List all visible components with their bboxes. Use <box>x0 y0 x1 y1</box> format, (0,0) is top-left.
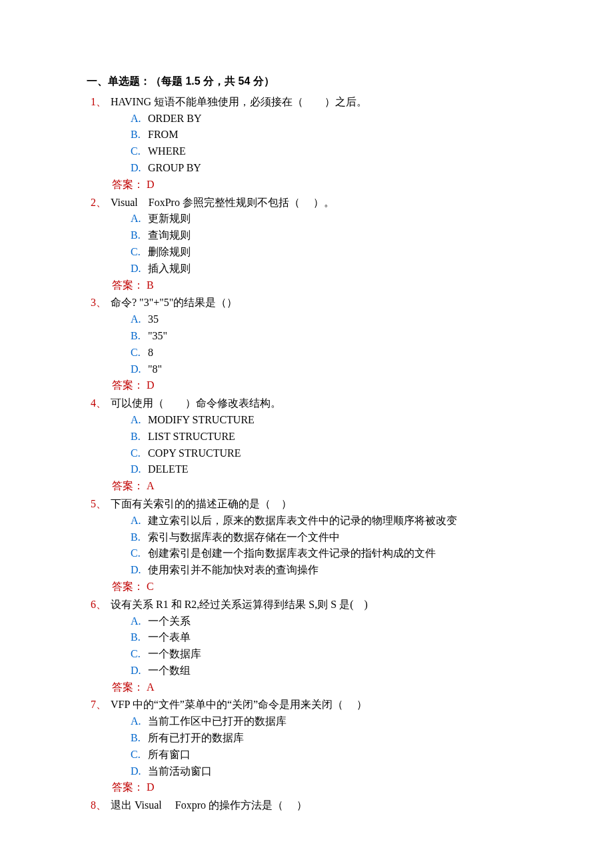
option-label: B. <box>131 629 148 646</box>
option-label: B. <box>131 730 148 747</box>
option-text: 插入规则 <box>148 261 191 277</box>
option-text: ORDER BY <box>148 111 201 127</box>
question-line: 1、 HAVING 短语不能单独使用，必须接在（ ）之后。 <box>91 94 573 111</box>
answer-prefix: 答案： <box>112 581 144 592</box>
option-label: D. <box>131 562 148 579</box>
option-label: A. <box>131 111 148 127</box>
option-label: A. <box>131 513 148 529</box>
option-text: 创建索引是创建一个指向数据库表文件记录的指针构成的文件 <box>148 545 436 562</box>
option-label: A. <box>131 713 148 730</box>
question: 5、 下面有关索引的的描述正确的是（ ）A.建立索引以后，原来的数据库表文件中的… <box>91 496 573 595</box>
option: D.一个数组 <box>131 663 573 679</box>
question-line: 4、 可以使用（ ）命令修改表结构。 <box>91 395 573 412</box>
option-label: A. <box>131 613 148 630</box>
question-number: 8、 <box>91 797 111 814</box>
options: A.当前工作区中已打开的数据库B.所有已打开的数据库C.所有窗口D.当前活动窗口 <box>131 713 573 779</box>
options: A.一个关系B.一个表单C.一个数据库D.一个数组 <box>131 613 573 679</box>
answer: 答案： D <box>112 377 573 394</box>
option-label: C. <box>131 143 148 160</box>
option: B.索引与数据库表的数据存储在一个文件中 <box>131 529 573 546</box>
option-text: 当前活动窗口 <box>148 763 212 780</box>
answer: 答案： B <box>112 277 573 294</box>
question-text: 设有关系 R1 和 R2,经过关系运算得到结果 S,则 S 是( ) <box>111 597 368 613</box>
option: C.创建索引是创建一个指向数据库表文件记录的指针构成的文件 <box>131 545 573 562</box>
option: A.MODIFY STRUCTURE <box>131 412 573 429</box>
page: 一、单选题：（每题 1.5 分，共 54 分） 1、 HAVING 短语不能单独… <box>0 0 613 855</box>
option: A.一个关系 <box>131 613 573 630</box>
question-line: 5、 下面有关索引的的描述正确的是（ ） <box>91 496 573 513</box>
option-label: B. <box>131 227 148 244</box>
question-line: 6、 设有关系 R1 和 R2,经过关系运算得到结果 S,则 S 是( ) <box>91 597 573 613</box>
option-label: D. <box>131 763 148 780</box>
question-number: 4、 <box>91 395 111 412</box>
option-text: 一个数组 <box>148 663 191 679</box>
question: 4、 可以使用（ ）命令修改表结构。A.MODIFY STRUCTUREB.LI… <box>91 395 573 495</box>
question: 1、 HAVING 短语不能单独使用，必须接在（ ）之后。A.ORDER BYB… <box>91 94 573 193</box>
question: 7、 VFP 中的“文件”菜单中的“关闭”命令是用来关闭（ ）A.当前工作区中已… <box>91 697 573 796</box>
answer-value: D <box>144 379 155 391</box>
answer: 答案： A <box>112 679 573 696</box>
option: C.一个数据库 <box>131 646 573 663</box>
question: 6、 设有关系 R1 和 R2,经过关系运算得到结果 S,则 S 是( )A.一… <box>91 597 573 696</box>
options: A.35B."35"C.8D."8" <box>131 311 573 377</box>
option-text: 查询规则 <box>148 227 191 244</box>
option-text: GROUP BY <box>148 160 201 177</box>
option-label: A. <box>131 412 148 429</box>
option-text: FROM <box>148 127 178 143</box>
option: B.所有已打开的数据库 <box>131 730 573 747</box>
answer: 答案： D <box>112 779 573 796</box>
option: A.当前工作区中已打开的数据库 <box>131 713 573 730</box>
question-line: 3、 命令? "3"+"5"的结果是（） <box>91 295 573 311</box>
question-text: 命令? "3"+"5"的结果是（） <box>111 295 237 311</box>
option: A.建立索引以后，原来的数据库表文件中的记录的物理顺序将被改变 <box>131 513 573 529</box>
option-text: COPY STRUCTURE <box>148 445 241 462</box>
option: D."8" <box>131 361 573 378</box>
option-label: D. <box>131 160 148 177</box>
option-text: 8 <box>148 345 153 361</box>
answer-value: D <box>144 179 155 190</box>
option-text: 一个关系 <box>148 613 191 630</box>
answer-value: C <box>144 581 154 592</box>
answer: 答案： C <box>112 579 573 595</box>
question-number: 2、 <box>91 195 111 211</box>
questions-container: 1、 HAVING 短语不能单独使用，必须接在（ ）之后。A.ORDER BYB… <box>87 94 573 814</box>
answer-value: B <box>144 279 154 291</box>
question-text: 可以使用（ ）命令修改表结构。 <box>111 395 281 412</box>
option-label: B. <box>131 328 148 345</box>
option: B."35" <box>131 328 573 345</box>
question-number: 6、 <box>91 597 111 613</box>
question-number: 5、 <box>91 496 111 513</box>
option-label: C. <box>131 244 148 261</box>
question-text: VFP 中的“文件”菜单中的“关闭”命令是用来关闭（ ） <box>111 697 367 713</box>
option: D.当前活动窗口 <box>131 763 573 780</box>
answer-prefix: 答案： <box>112 379 144 391</box>
option-label: D. <box>131 663 148 679</box>
option-label: A. <box>131 211 148 227</box>
option-text: MODIFY STRUCTURE <box>148 412 255 429</box>
option-label: B. <box>131 127 148 143</box>
option: C.COPY STRUCTURE <box>131 445 573 462</box>
question-line: 8、 退出 Visual Foxpro 的操作方法是（ ） <box>91 797 573 814</box>
option-text: 索引与数据库表的数据存储在一个文件中 <box>148 529 340 546</box>
answer-value: A <box>144 480 155 491</box>
option-text: 更新规则 <box>148 211 191 227</box>
option-text: "8" <box>148 361 162 378</box>
option: B.查询规则 <box>131 227 573 244</box>
option: A.ORDER BY <box>131 111 573 127</box>
option-text: 删除规则 <box>148 244 191 261</box>
question-number: 1、 <box>91 94 111 111</box>
question: 2、 Visual FoxPro 参照完整性规则不包括（ ）。A.更新规则B.查… <box>91 195 573 294</box>
option: D.GROUP BY <box>131 160 573 177</box>
option: D.DELETE <box>131 461 573 478</box>
question-text: 下面有关索引的的描述正确的是（ ） <box>111 496 292 513</box>
answer-prefix: 答案： <box>112 480 144 491</box>
answer: 答案： A <box>112 478 573 495</box>
option-text: 所有窗口 <box>148 747 191 763</box>
answer-value: D <box>144 781 155 793</box>
options: A.MODIFY STRUCTUREB.LIST STRUCTUREC.COPY… <box>131 412 573 478</box>
option-label: C. <box>131 545 148 562</box>
answer: 答案： D <box>112 177 573 193</box>
option-text: 当前工作区中已打开的数据库 <box>148 713 287 730</box>
option-label: C. <box>131 445 148 462</box>
option-text: 所有已打开的数据库 <box>148 730 244 747</box>
